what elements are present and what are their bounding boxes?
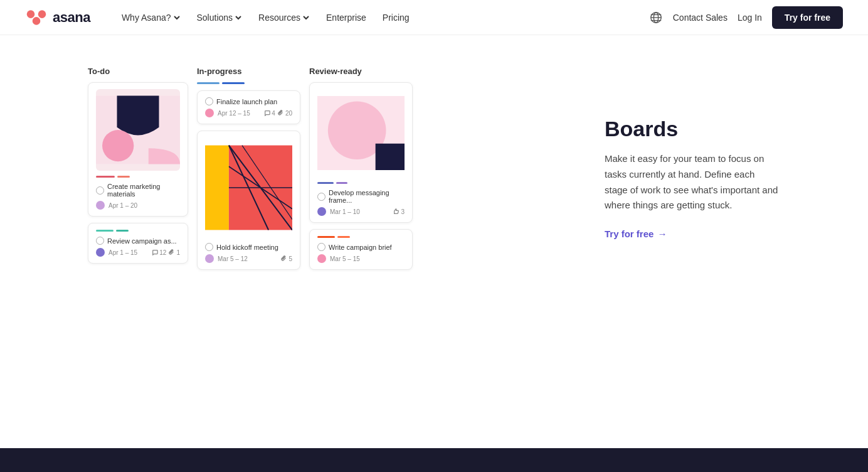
navigation: asana Why Asana? Solutions Resources Ent… — [0, 0, 868, 35]
todo-task2-meta: Apr 1 – 15 12 1 — [96, 248, 180, 257]
progress-bar-2 — [117, 176, 130, 178]
inprog-task1-circle — [205, 97, 213, 105]
inprog-task2-attach: 5 — [281, 255, 292, 262]
inprogress-indicators — [197, 82, 300, 84]
inprog-task2-icons: 5 — [281, 255, 292, 262]
avatar-2 — [96, 248, 105, 257]
try-free-link[interactable]: Try for free → — [605, 228, 780, 239]
nav-links: Why Asana? Solutions Resources Enterpris… — [115, 9, 649, 26]
avatar — [96, 201, 105, 210]
inprog-task1-icons: 4 20 — [264, 110, 292, 117]
inprogress-column-label: In-progress — [197, 67, 300, 76]
todo-task2-name: Review campaign as... — [107, 237, 177, 245]
review-task1-likes: 3 — [393, 208, 405, 215]
inprog-attachments: 20 — [278, 110, 292, 117]
todo-task2-date: Apr 1 – 15 — [109, 249, 137, 256]
review-task2-meta: Mar 5 – 15 — [317, 254, 405, 263]
boards-illustration: To-do — [88, 60, 567, 276]
review-bar-1 — [317, 182, 334, 184]
review-task1-name: Develop messaging frame... — [329, 189, 405, 204]
todo-column: To-do — [88, 67, 188, 270]
todo-card2: Review campaign as... Apr 1 – 15 12 1 — [88, 223, 188, 264]
logo[interactable]: asana — [25, 6, 90, 29]
avatar-inprog1 — [205, 109, 214, 117]
progress-bar-1 — [96, 176, 115, 178]
review-bar-4 — [337, 236, 350, 238]
nav-solutions[interactable]: Solutions — [191, 9, 249, 26]
review-task1-meta: Mar 1 – 10 3 — [317, 207, 405, 216]
review-task2-circle — [317, 243, 326, 251]
review-task1-circle — [317, 193, 326, 201]
todo-task1: Create marketing materials — [96, 183, 180, 198]
review-card2-progress — [317, 236, 405, 238]
inprog-task2: Hold kickoff meeting — [205, 243, 292, 251]
review-task2: Write campaign brief — [317, 243, 405, 251]
task-circle — [96, 186, 104, 195]
footer-bar — [0, 448, 868, 472]
svg-point-2 — [38, 10, 46, 18]
svg-marker-20 — [376, 144, 405, 170]
meta-icons: 12 1 — [152, 249, 180, 256]
inprog-task1-meta: Apr 12 – 15 4 20 — [205, 109, 292, 117]
inprog-task1-name: Finalize launch plan — [216, 98, 277, 105]
todo-artwork — [96, 89, 180, 171]
arrow-right-icon: → — [657, 228, 667, 239]
review-column-label: Review-ready — [309, 67, 413, 76]
review-column: Review-ready — [309, 67, 413, 276]
todo-task1-meta: Apr 1 – 20 — [96, 201, 180, 210]
todo-column-label: To-do — [88, 67, 188, 76]
logo-text: asana — [53, 9, 90, 26]
review-task1: Develop messaging frame... — [317, 189, 405, 204]
boards-description-text: Make it easy for your team to focus on t… — [605, 151, 780, 213]
svg-rect-11 — [205, 146, 229, 230]
progress-bar-3 — [96, 230, 114, 232]
review-bar-2 — [336, 182, 347, 184]
svg-point-0 — [33, 17, 41, 25]
review-task1-date: Mar 1 – 10 — [330, 208, 360, 215]
login-button[interactable]: Log In — [738, 13, 762, 23]
inprogress-card1: Finalize launch plan Apr 12 – 15 4 20 — [197, 90, 300, 124]
inprog-task2-circle — [205, 243, 213, 251]
avatar-review1 — [317, 207, 326, 216]
boards-description: Boards Make it easy for your team to foc… — [567, 60, 780, 239]
task-circle-2 — [96, 237, 104, 245]
inprogress-column: In-progress Finalize launch plan Apr 12 … — [197, 67, 300, 276]
attachments-count: 1 — [169, 249, 180, 256]
nav-right: Contact Sales Log In Try for free — [649, 6, 843, 29]
avatar-review2 — [317, 254, 326, 263]
ind-1 — [197, 82, 220, 84]
review-card1-progress — [317, 182, 405, 184]
main-content: To-do — [0, 35, 868, 314]
todo-card2-progress — [96, 230, 180, 232]
review-task2-date: Mar 5 – 15 — [330, 255, 360, 262]
todo-task2: Review campaign as... — [96, 237, 180, 245]
inprogress-artwork — [205, 137, 292, 238]
globe-icon[interactable] — [649, 11, 663, 24]
inprog-task1-date: Apr 12 – 15 — [218, 110, 250, 117]
todo-task1-name: Create marketing materials — [107, 183, 180, 198]
svg-point-9 — [102, 130, 134, 161]
nav-pricing[interactable]: Pricing — [376, 9, 416, 26]
review-bar-3 — [317, 236, 335, 238]
review-task2-name: Write campaign brief — [329, 244, 392, 251]
ind-2 — [222, 82, 245, 84]
review-card-art: Develop messaging frame... Mar 1 – 10 3 — [309, 82, 413, 223]
inprog-task2-meta: Mar 5 – 12 5 — [205, 254, 292, 263]
nav-enterprise[interactable]: Enterprise — [320, 9, 373, 26]
svg-point-1 — [27, 10, 35, 18]
nav-why-asana[interactable]: Why Asana? — [115, 9, 187, 26]
todo-card-art: Create marketing materials Apr 1 – 20 — [88, 82, 188, 217]
nav-resources[interactable]: Resources — [252, 9, 316, 26]
todo-card1-progress — [96, 176, 180, 178]
avatar-inprog2 — [205, 254, 214, 263]
review-task1-icons: 3 — [393, 208, 405, 215]
review-card2: Write campaign brief Mar 5 – 15 — [309, 229, 413, 270]
inprog-task1: Finalize launch plan — [205, 97, 292, 105]
contact-sales-link[interactable]: Contact Sales — [673, 13, 728, 23]
inprog-task2-date: Mar 5 – 12 — [218, 255, 248, 262]
inprog-task2-name: Hold kickoff meeting — [216, 244, 278, 251]
try-free-nav-button[interactable]: Try for free — [772, 6, 843, 29]
boards-title: Boards — [605, 117, 780, 141]
inprogress-card-art: Hold kickoff meeting Mar 5 – 12 5 — [197, 131, 300, 270]
review-artwork — [317, 89, 405, 177]
